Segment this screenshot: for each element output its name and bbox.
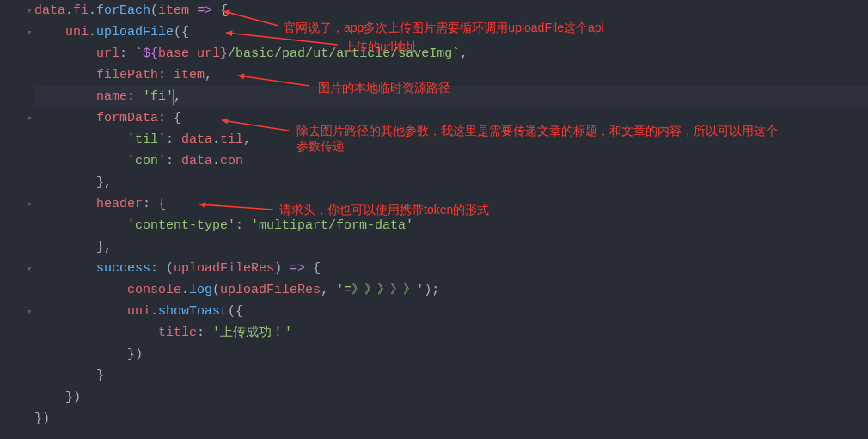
code-token: til (220, 132, 243, 147)
code-line[interactable]: }, (34, 236, 112, 258)
code-token: ( (150, 3, 158, 18)
code-token: '上传成功！' (212, 326, 292, 340)
code-token: url (96, 46, 119, 61)
code-token: }) (34, 347, 143, 362)
code-line[interactable]: uni.showToast({ (34, 301, 243, 322)
code-token: item (158, 3, 189, 18)
code-line[interactable]: }) (34, 344, 143, 365)
code-editor[interactable]: ▾▾▾▾▾▾ data.fi.forEach(item => { uni.upl… (0, 0, 868, 439)
code-token (34, 132, 127, 147)
code-token: ) (274, 261, 290, 276)
code-token: : { (143, 197, 166, 211)
svg-marker-3 (226, 30, 233, 36)
code-token: uploadFileRes (220, 283, 321, 297)
text-cursor (173, 89, 174, 105)
code-token (189, 3, 197, 18)
code-token (34, 89, 96, 104)
code-token: . (89, 3, 96, 18)
code-line[interactable]: 'til': data.til, (34, 129, 251, 150)
annotation-text: 上传的url地址 (344, 39, 418, 54)
code-token: 'multipart/form-data' (251, 218, 413, 233)
code-line[interactable]: } (34, 365, 104, 387)
svg-line-0 (223, 11, 278, 26)
code-line[interactable]: filePath: item, (34, 64, 212, 86)
code-token: : (166, 132, 181, 147)
code-token: : (127, 89, 143, 104)
code-token: uni (65, 25, 89, 40)
code-line[interactable]: data.fi.forEach(item => { (34, 0, 228, 21)
fold-chevron-icon[interactable]: ▾ (24, 27, 34, 38)
code-token: }) (34, 412, 50, 426)
code-token: 'til' (127, 132, 166, 147)
annotation-arrow-icon (193, 198, 280, 216)
code-token: 'fi' (143, 89, 174, 104)
svg-marker-9 (199, 202, 205, 208)
code-line[interactable]: 'content-type': 'multipart/form-data' (34, 215, 413, 236)
code-token (34, 304, 127, 319)
code-token (34, 261, 96, 276)
code-token: . (89, 25, 96, 40)
fold-chevron-icon[interactable]: ▾ (24, 113, 34, 124)
code-token: ); (424, 283, 439, 297)
code-token: . (65, 3, 73, 18)
code-token: : ( (150, 261, 174, 276)
code-token: => (197, 3, 212, 18)
code-token: : (235, 218, 251, 233)
code-token: , (174, 89, 181, 104)
code-token: success (96, 261, 150, 276)
code-line[interactable]: 'con': data.con (34, 150, 243, 172)
code-token: . (212, 154, 220, 168)
annotation-text: 图片的本地临时资源路径 (318, 80, 450, 95)
code-token (34, 197, 96, 211)
code-line[interactable]: }) (34, 408, 50, 430)
fold-chevron-icon[interactable]: ▾ (24, 263, 34, 274)
fold-chevron-icon[interactable]: ▾ (24, 198, 34, 210)
code-token: forEach (96, 3, 150, 18)
code-token: log (189, 283, 212, 297)
code-token (34, 25, 65, 40)
code-line[interactable]: }) (34, 387, 81, 408)
code-token: : (166, 154, 181, 168)
code-token: base_url (158, 46, 220, 61)
annotation-text: 请求头，你也可以使用携带token的形式 (279, 202, 489, 217)
code-line[interactable]: name: 'fi', (34, 86, 181, 107)
code-token: '=》》》》》' (336, 283, 424, 297)
code-line[interactable]: formData: { (34, 107, 181, 129)
code-token: : (119, 46, 135, 61)
code-line[interactable]: header: { (34, 193, 166, 215)
code-line[interactable]: title: '上传成功！' (34, 322, 292, 344)
code-token: ({ (174, 25, 189, 40)
code-token (34, 46, 96, 61)
code-token: name (96, 89, 127, 104)
code-token: , (321, 283, 336, 297)
fold-chevron-icon[interactable]: ▾ (24, 306, 34, 317)
code-token: }) (34, 390, 81, 405)
code-line[interactable]: success: (uploadFileRes) => { (34, 258, 321, 279)
code-token: ${ (143, 46, 158, 61)
code-token: : { (158, 111, 181, 125)
code-token: ({ (228, 304, 243, 319)
code-token: => (290, 261, 305, 276)
code-token (34, 68, 96, 82)
code-token: }, (34, 175, 112, 190)
svg-line-8 (199, 204, 273, 210)
code-token: con (220, 154, 243, 168)
code-token: , (205, 68, 212, 82)
code-token (34, 111, 96, 125)
code-token: { (305, 261, 321, 276)
code-token: , (243, 132, 251, 147)
code-token: title (158, 326, 197, 340)
code-token: . (212, 132, 220, 147)
code-token (34, 283, 127, 297)
code-token: item (174, 68, 205, 82)
code-token: uni (127, 304, 150, 319)
svg-marker-7 (222, 119, 229, 125)
code-line[interactable]: }, (34, 172, 112, 193)
code-token: { (212, 3, 228, 18)
code-line[interactable]: console.log(uploadFileRes, '=》》》》》'); (34, 279, 439, 301)
annotation-text: 除去图片路径的其他参数，我这里是需要传递文章的标题，和文章的内容，所以可以用这个… (296, 123, 778, 154)
code-token: showToast (158, 304, 228, 319)
code-line[interactable]: uni.uploadFile({ (34, 21, 189, 43)
code-token: data (181, 154, 212, 168)
fold-chevron-icon[interactable]: ▾ (24, 5, 34, 16)
